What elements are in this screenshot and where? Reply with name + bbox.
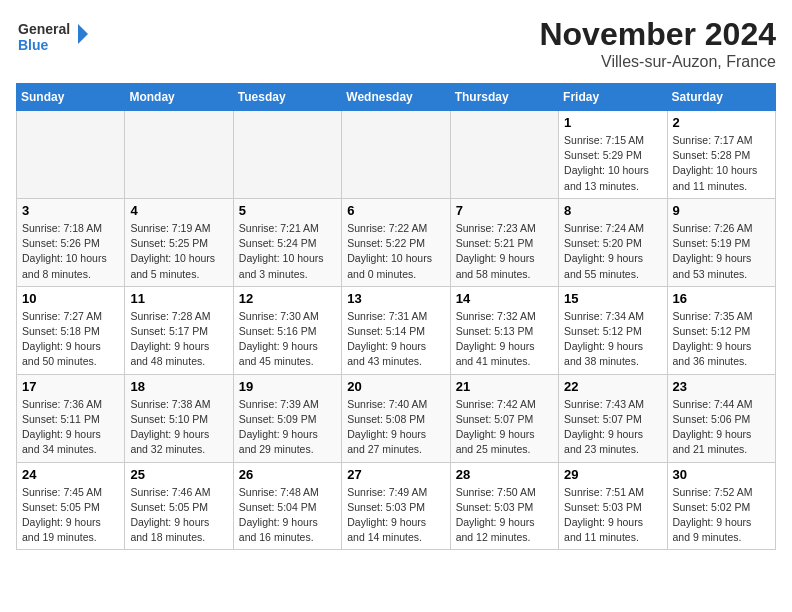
title-area: November 2024 Villes-sur-Auzon, France: [539, 16, 776, 71]
day-number: 8: [564, 203, 661, 218]
calendar-cell: 6Sunrise: 7:22 AM Sunset: 5:22 PM Daylig…: [342, 198, 450, 286]
day-number: 2: [673, 115, 770, 130]
calendar-cell: 9Sunrise: 7:26 AM Sunset: 5:19 PM Daylig…: [667, 198, 775, 286]
day-info: Sunrise: 7:34 AM Sunset: 5:12 PM Dayligh…: [564, 309, 661, 370]
calendar-cell: [233, 111, 341, 199]
calendar-cell: 16Sunrise: 7:35 AM Sunset: 5:12 PM Dayli…: [667, 286, 775, 374]
day-info: Sunrise: 7:17 AM Sunset: 5:28 PM Dayligh…: [673, 133, 770, 194]
week-row-4: 17Sunrise: 7:36 AM Sunset: 5:11 PM Dayli…: [17, 374, 776, 462]
day-info: Sunrise: 7:28 AM Sunset: 5:17 PM Dayligh…: [130, 309, 227, 370]
calendar-cell: 14Sunrise: 7:32 AM Sunset: 5:13 PM Dayli…: [450, 286, 558, 374]
day-info: Sunrise: 7:43 AM Sunset: 5:07 PM Dayligh…: [564, 397, 661, 458]
calendar-cell: 22Sunrise: 7:43 AM Sunset: 5:07 PM Dayli…: [559, 374, 667, 462]
day-info: Sunrise: 7:38 AM Sunset: 5:10 PM Dayligh…: [130, 397, 227, 458]
calendar-cell: 4Sunrise: 7:19 AM Sunset: 5:25 PM Daylig…: [125, 198, 233, 286]
day-number: 14: [456, 291, 553, 306]
calendar-cell: 30Sunrise: 7:52 AM Sunset: 5:02 PM Dayli…: [667, 462, 775, 550]
day-info: Sunrise: 7:19 AM Sunset: 5:25 PM Dayligh…: [130, 221, 227, 282]
day-info: Sunrise: 7:48 AM Sunset: 5:04 PM Dayligh…: [239, 485, 336, 546]
weekday-header-saturday: Saturday: [667, 84, 775, 111]
calendar-cell: 25Sunrise: 7:46 AM Sunset: 5:05 PM Dayli…: [125, 462, 233, 550]
header: GeneralBlue November 2024 Villes-sur-Auz…: [16, 16, 776, 71]
day-info: Sunrise: 7:30 AM Sunset: 5:16 PM Dayligh…: [239, 309, 336, 370]
day-number: 10: [22, 291, 119, 306]
day-number: 19: [239, 379, 336, 394]
day-number: 4: [130, 203, 227, 218]
calendar-cell: 5Sunrise: 7:21 AM Sunset: 5:24 PM Daylig…: [233, 198, 341, 286]
calendar-cell: 23Sunrise: 7:44 AM Sunset: 5:06 PM Dayli…: [667, 374, 775, 462]
day-info: Sunrise: 7:32 AM Sunset: 5:13 PM Dayligh…: [456, 309, 553, 370]
day-info: Sunrise: 7:18 AM Sunset: 5:26 PM Dayligh…: [22, 221, 119, 282]
day-info: Sunrise: 7:52 AM Sunset: 5:02 PM Dayligh…: [673, 485, 770, 546]
day-number: 9: [673, 203, 770, 218]
calendar-cell: 15Sunrise: 7:34 AM Sunset: 5:12 PM Dayli…: [559, 286, 667, 374]
calendar-cell: [450, 111, 558, 199]
day-info: Sunrise: 7:40 AM Sunset: 5:08 PM Dayligh…: [347, 397, 444, 458]
day-number: 3: [22, 203, 119, 218]
day-number: 11: [130, 291, 227, 306]
day-number: 28: [456, 467, 553, 482]
svg-text:Blue: Blue: [18, 37, 49, 53]
weekday-header-monday: Monday: [125, 84, 233, 111]
calendar-cell: [17, 111, 125, 199]
day-info: Sunrise: 7:24 AM Sunset: 5:20 PM Dayligh…: [564, 221, 661, 282]
weekday-header-wednesday: Wednesday: [342, 84, 450, 111]
day-number: 24: [22, 467, 119, 482]
day-number: 13: [347, 291, 444, 306]
calendar-cell: 27Sunrise: 7:49 AM Sunset: 5:03 PM Dayli…: [342, 462, 450, 550]
calendar-cell: 26Sunrise: 7:48 AM Sunset: 5:04 PM Dayli…: [233, 462, 341, 550]
day-number: 1: [564, 115, 661, 130]
calendar-cell: 20Sunrise: 7:40 AM Sunset: 5:08 PM Dayli…: [342, 374, 450, 462]
day-info: Sunrise: 7:35 AM Sunset: 5:12 PM Dayligh…: [673, 309, 770, 370]
day-info: Sunrise: 7:21 AM Sunset: 5:24 PM Dayligh…: [239, 221, 336, 282]
day-info: Sunrise: 7:31 AM Sunset: 5:14 PM Dayligh…: [347, 309, 444, 370]
day-number: 20: [347, 379, 444, 394]
day-number: 29: [564, 467, 661, 482]
week-row-1: 1Sunrise: 7:15 AM Sunset: 5:29 PM Daylig…: [17, 111, 776, 199]
day-info: Sunrise: 7:51 AM Sunset: 5:03 PM Dayligh…: [564, 485, 661, 546]
weekday-header-thursday: Thursday: [450, 84, 558, 111]
day-number: 15: [564, 291, 661, 306]
weekday-header-tuesday: Tuesday: [233, 84, 341, 111]
day-info: Sunrise: 7:42 AM Sunset: 5:07 PM Dayligh…: [456, 397, 553, 458]
svg-text:General: General: [18, 21, 70, 37]
week-row-5: 24Sunrise: 7:45 AM Sunset: 5:05 PM Dayli…: [17, 462, 776, 550]
day-info: Sunrise: 7:44 AM Sunset: 5:06 PM Dayligh…: [673, 397, 770, 458]
calendar-cell: 17Sunrise: 7:36 AM Sunset: 5:11 PM Dayli…: [17, 374, 125, 462]
logo-icon: GeneralBlue: [16, 16, 106, 56]
location-title: Villes-sur-Auzon, France: [539, 53, 776, 71]
calendar-table: SundayMondayTuesdayWednesdayThursdayFrid…: [16, 83, 776, 550]
day-number: 18: [130, 379, 227, 394]
day-info: Sunrise: 7:26 AM Sunset: 5:19 PM Dayligh…: [673, 221, 770, 282]
calendar-cell: 21Sunrise: 7:42 AM Sunset: 5:07 PM Dayli…: [450, 374, 558, 462]
calendar-cell: [125, 111, 233, 199]
weekday-header-sunday: Sunday: [17, 84, 125, 111]
day-info: Sunrise: 7:27 AM Sunset: 5:18 PM Dayligh…: [22, 309, 119, 370]
day-info: Sunrise: 7:49 AM Sunset: 5:03 PM Dayligh…: [347, 485, 444, 546]
weekday-header-friday: Friday: [559, 84, 667, 111]
calendar-cell: 7Sunrise: 7:23 AM Sunset: 5:21 PM Daylig…: [450, 198, 558, 286]
week-row-3: 10Sunrise: 7:27 AM Sunset: 5:18 PM Dayli…: [17, 286, 776, 374]
day-number: 23: [673, 379, 770, 394]
day-info: Sunrise: 7:23 AM Sunset: 5:21 PM Dayligh…: [456, 221, 553, 282]
calendar-cell: 1Sunrise: 7:15 AM Sunset: 5:29 PM Daylig…: [559, 111, 667, 199]
calendar-cell: 29Sunrise: 7:51 AM Sunset: 5:03 PM Dayli…: [559, 462, 667, 550]
day-number: 25: [130, 467, 227, 482]
day-number: 30: [673, 467, 770, 482]
day-info: Sunrise: 7:46 AM Sunset: 5:05 PM Dayligh…: [130, 485, 227, 546]
day-number: 26: [239, 467, 336, 482]
weekday-header-row: SundayMondayTuesdayWednesdayThursdayFrid…: [17, 84, 776, 111]
day-number: 21: [456, 379, 553, 394]
day-number: 7: [456, 203, 553, 218]
calendar-cell: 10Sunrise: 7:27 AM Sunset: 5:18 PM Dayli…: [17, 286, 125, 374]
logo: GeneralBlue: [16, 16, 106, 56]
calendar-cell: 28Sunrise: 7:50 AM Sunset: 5:03 PM Dayli…: [450, 462, 558, 550]
calendar-cell: 24Sunrise: 7:45 AM Sunset: 5:05 PM Dayli…: [17, 462, 125, 550]
calendar-cell: 11Sunrise: 7:28 AM Sunset: 5:17 PM Dayli…: [125, 286, 233, 374]
calendar-cell: [342, 111, 450, 199]
day-number: 16: [673, 291, 770, 306]
day-number: 12: [239, 291, 336, 306]
calendar-cell: 12Sunrise: 7:30 AM Sunset: 5:16 PM Dayli…: [233, 286, 341, 374]
day-number: 27: [347, 467, 444, 482]
day-number: 22: [564, 379, 661, 394]
